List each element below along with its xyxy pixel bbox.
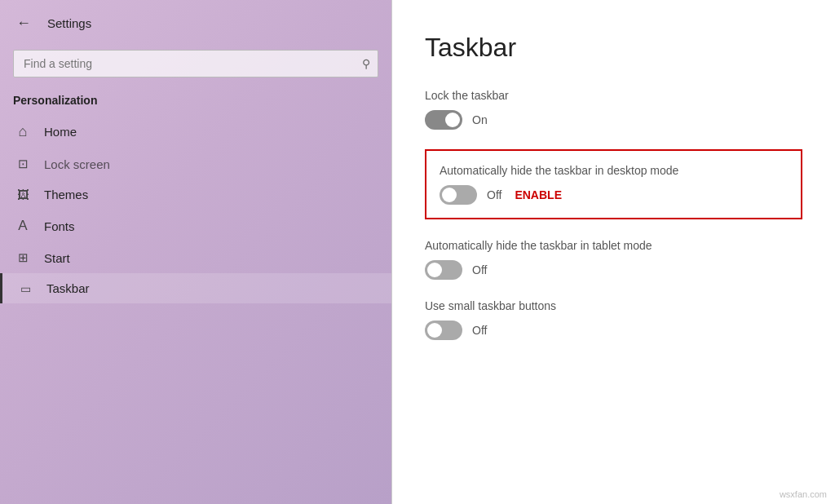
setting-auto-hide-desktop: Automatically hide the taskbar in deskto… <box>425 149 802 219</box>
auto-hide-tablet-row: Off <box>425 260 802 280</box>
auto-hide-tablet-knob <box>427 263 442 277</box>
auto-hide-desktop-row: Off ENABLE <box>440 185 788 205</box>
auto-hide-tablet-toggle[interactable] <box>425 260 462 280</box>
main-content: Taskbar Lock the taskbar On Automaticall… <box>392 0 835 504</box>
back-button[interactable]: ← <box>13 11 34 35</box>
sidebar-item-fonts[interactable]: A Fonts <box>0 210 391 242</box>
personalization-label: Personalization <box>0 91 391 115</box>
search-icon: ⚲ <box>362 57 370 70</box>
sidebar-item-home[interactable]: ⌂ Home <box>0 115 391 148</box>
small-buttons-state: Off <box>472 324 487 337</box>
small-buttons-toggle[interactable] <box>425 321 462 340</box>
lock-taskbar-knob <box>445 113 460 127</box>
sidebar-title: Settings <box>47 16 91 30</box>
sidebar-header: ← Settings <box>0 0 391 43</box>
sidebar-item-home-label: Home <box>44 125 77 139</box>
auto-hide-desktop-toggle[interactable] <box>440 185 477 205</box>
sidebar-item-start[interactable]: ⊞ Start <box>0 242 391 273</box>
sidebar-item-themes-label: Themes <box>44 188 88 201</box>
sidebar-nav: ⌂ Home ⊡ Lock screen 🖼 Themes A Fonts ⊞ … <box>0 115 391 303</box>
sidebar-item-lock-screen-label: Lock screen <box>44 157 110 171</box>
auto-hide-desktop-knob <box>442 188 457 202</box>
sidebar-item-lock-screen[interactable]: ⊡ Lock screen <box>0 148 391 179</box>
search-input[interactable] <box>13 50 378 77</box>
page-title: Taskbar <box>425 33 802 63</box>
small-buttons-row: Off <box>425 321 802 340</box>
taskbar-icon: ▭ <box>15 282 35 295</box>
enable-button[interactable]: ENABLE <box>515 188 562 201</box>
lock-taskbar-state: On <box>472 113 488 126</box>
themes-icon: 🖼 <box>13 188 33 201</box>
lock-taskbar-toggle[interactable] <box>425 110 462 130</box>
fonts-icon: A <box>13 218 33 234</box>
lock-screen-icon: ⊡ <box>13 157 33 171</box>
setting-auto-hide-tablet: Automatically hide the taskbar in tablet… <box>425 239 802 280</box>
sidebar: ← Settings ⚲ Personalization ⌂ Home ⊡ Lo… <box>0 0 391 504</box>
small-buttons-label: Use small taskbar buttons <box>425 299 802 312</box>
auto-hide-desktop-state: Off <box>487 188 501 201</box>
setting-small-buttons: Use small taskbar buttons Off <box>425 299 802 340</box>
lock-taskbar-label: Lock the taskbar <box>425 89 802 102</box>
lock-taskbar-row: On <box>425 110 802 130</box>
setting-lock-taskbar: Lock the taskbar On <box>425 89 802 130</box>
sidebar-item-fonts-label: Fonts <box>44 219 75 233</box>
search-box[interactable]: ⚲ <box>13 50 378 77</box>
sidebar-item-themes[interactable]: 🖼 Themes <box>0 179 391 210</box>
start-icon: ⊞ <box>13 250 33 265</box>
sidebar-item-start-label: Start <box>44 251 70 265</box>
sidebar-item-taskbar-label: Taskbar <box>46 281 90 295</box>
home-icon: ⌂ <box>13 123 33 140</box>
auto-hide-tablet-state: Off <box>472 263 487 276</box>
watermark: wsxfan.com <box>780 489 827 499</box>
sidebar-item-taskbar[interactable]: ▭ Taskbar <box>0 273 391 303</box>
small-buttons-knob <box>427 323 442 338</box>
auto-hide-tablet-label: Automatically hide the taskbar in tablet… <box>425 239 802 252</box>
auto-hide-desktop-label: Automatically hide the taskbar in deskto… <box>440 164 788 177</box>
